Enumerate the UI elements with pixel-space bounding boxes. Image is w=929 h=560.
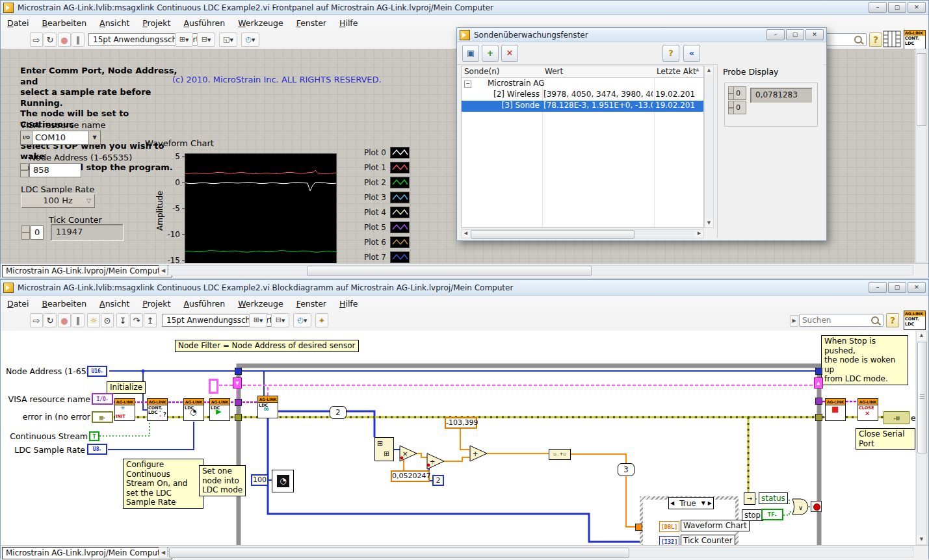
scroll-left-icon[interactable]: ◀ bbox=[159, 547, 168, 557]
scroll-left-icon[interactable]: ◀ bbox=[159, 265, 168, 275]
tunnel-dbl-case[interactable] bbox=[635, 524, 642, 531]
tunnel-error-right[interactable] bbox=[815, 414, 822, 421]
tunnel-error-left[interactable] bbox=[235, 414, 242, 421]
pause-button[interactable]: ‖ bbox=[72, 313, 85, 327]
collapse-panel-button[interactable]: « bbox=[683, 45, 700, 62]
resize-objects-button[interactable]: ◱▼ bbox=[219, 32, 237, 47]
restore-button[interactable]: ▢ bbox=[888, 2, 906, 13]
case-dropdown-icon[interactable]: ▼ bbox=[700, 500, 707, 506]
diagram-vertical-scrollbar[interactable]: ▲ ▼ bbox=[916, 331, 927, 545]
tunnel-node-address-right[interactable] bbox=[815, 368, 822, 375]
probe-3[interactable]: 3 bbox=[618, 463, 635, 476]
ring-arrow-icon[interactable]: ▽ bbox=[86, 194, 91, 208]
probe-table-vscrollbar[interactable]: ▲ ▼ bbox=[704, 66, 714, 228]
terminal-ldc-rate-u8[interactable]: U8▸ bbox=[87, 444, 107, 455]
retain-wire-values-button[interactable]: ⊙ bbox=[101, 313, 114, 327]
aglink-init-node[interactable]: AG-LINK ✳INIT bbox=[114, 398, 135, 421]
restore-button[interactable]: ▢ bbox=[786, 29, 804, 40]
case-next-icon[interactable]: ▶ bbox=[707, 500, 713, 506]
case-prev-icon[interactable]: ◀ bbox=[669, 500, 675, 506]
scroll-down-icon[interactable]: ▼ bbox=[705, 219, 713, 227]
tick-spin-field[interactable]: 0 bbox=[31, 225, 44, 240]
terminal-waveform-chart-dbl[interactable]: [DBL] bbox=[659, 521, 679, 532]
terminal-tick-counter-i32[interactable]: [I32] bbox=[659, 536, 679, 545]
legend-item-6[interactable]: Plot 6 bbox=[354, 236, 410, 248]
reorder-button[interactable]: ◴▼ bbox=[241, 32, 259, 47]
block-diagram-menu-ausführen[interactable]: Ausführen bbox=[183, 299, 225, 309]
close-button[interactable]: ✕ bbox=[908, 2, 926, 13]
context-help-button[interactable]: ? bbox=[869, 32, 882, 47]
probe-table-header[interactable]: Sonde(n) Wert Letzte Akt ▲ bbox=[462, 66, 703, 78]
aglink-ldc-read-node[interactable]: AG-LINK LDC∞ bbox=[257, 396, 278, 418]
delete-probe-button[interactable]: ✕ bbox=[501, 45, 518, 62]
tunnel-visa-left[interactable] bbox=[235, 399, 242, 406]
legend-item-7[interactable]: Plot 7 bbox=[354, 251, 410, 262]
probe-row-3[interactable]: [3] Sonde[78.128E-3, 1.951E+0, -13.032E+… bbox=[462, 101, 703, 112]
reorder-button[interactable]: ◴▼ bbox=[293, 313, 311, 327]
abort-button[interactable]: ● bbox=[58, 313, 71, 327]
font-selector[interactable]: 15pt Anwendungsschriftart ▼ bbox=[88, 33, 214, 46]
project-context-button[interactable]: Microstrain AG-Link.lvproj/Mein Computer bbox=[2, 265, 172, 277]
spin-up-icon[interactable] bbox=[728, 101, 734, 108]
close-button[interactable]: ✕ bbox=[908, 282, 926, 293]
block-diagram-menu-bearbeiten[interactable]: Bearbeiten bbox=[42, 299, 86, 309]
search-input[interactable] bbox=[800, 316, 870, 325]
aglink-ldc-timer-node[interactable]: AG-LINK LDC◔ bbox=[183, 398, 204, 421]
run-continuously-button[interactable]: ↻ bbox=[44, 313, 57, 327]
label-waveform-chart[interactable]: Waveform Chart bbox=[681, 520, 750, 531]
help-button[interactable]: ? bbox=[662, 45, 679, 62]
terminal-continuous-stream[interactable]: T bbox=[89, 431, 99, 441]
block-diagram-menu-werkzeuge[interactable]: Werkzeuge bbox=[238, 299, 283, 309]
node-address-field[interactable]: 858 bbox=[29, 163, 81, 177]
cleanup-diagram-button[interactable]: ✦ bbox=[315, 313, 328, 327]
probe-index-bottom[interactable]: 0 bbox=[728, 101, 746, 114]
scrollbar-thumb[interactable] bbox=[307, 266, 592, 276]
step-out-button[interactable]: ↥ bbox=[144, 313, 157, 327]
spin-up-icon[interactable] bbox=[728, 86, 734, 94]
minimize-button[interactable]: – bbox=[869, 282, 887, 293]
block-diagram-menu-projekt[interactable]: Projekt bbox=[142, 299, 170, 309]
run-button[interactable]: ⇨ bbox=[30, 313, 43, 327]
aglink-cont-ldc-node[interactable]: AG-LINK CONT. LDC∙∙? bbox=[147, 398, 168, 421]
block-diagram-menu-ansicht[interactable]: Ansicht bbox=[99, 299, 129, 309]
front-horizontal-scrollbar[interactable] bbox=[168, 265, 913, 275]
block-diagram-menu-hilfe[interactable]: Hilfe bbox=[339, 299, 358, 309]
build-array-node[interactable]: ▫‥+▫ bbox=[549, 449, 571, 460]
front-panel-menu-projekt[interactable]: Projekt bbox=[142, 18, 170, 28]
node-address-spinner[interactable] bbox=[20, 163, 29, 177]
new-probe-button[interactable]: ▣ bbox=[462, 45, 479, 62]
probe-2[interactable]: 2 bbox=[330, 406, 347, 419]
probe-window-titlebar[interactable]: Sondenüberwachungsfenster – ▢ ✕ bbox=[457, 28, 826, 42]
step-into-button[interactable]: ↧ bbox=[116, 313, 129, 327]
scroll-up-icon[interactable]: ▲ bbox=[705, 66, 713, 75]
constant-100[interactable]: 100 bbox=[251, 474, 268, 486]
probe-tree-root-row[interactable]: − Microstrain AG bbox=[462, 79, 703, 90]
label-stop[interactable]: stop bbox=[742, 509, 763, 521]
vi-icon[interactable]: AG-LINK CONT. LDC bbox=[904, 30, 926, 49]
run-continuously-button[interactable]: ↻ bbox=[44, 32, 57, 47]
shift-register-left[interactable]: ▼ bbox=[233, 377, 242, 388]
front-panel-menu-datei[interactable]: Datei bbox=[7, 18, 29, 28]
minimize-button[interactable]: – bbox=[766, 29, 785, 40]
ldc-rate-dropdown[interactable]: 100 Hz ▽ bbox=[21, 194, 95, 208]
align-objects-button[interactable]: ⊞▼ bbox=[175, 32, 193, 47]
step-over-button[interactable]: ↷ bbox=[130, 313, 143, 327]
minimize-button[interactable]: – bbox=[869, 2, 887, 13]
connector-pane-icon[interactable] bbox=[883, 31, 901, 47]
legend-item-0[interactable]: Plot 0 bbox=[354, 147, 410, 158]
legend-item-4[interactable]: Plot 4 bbox=[354, 207, 410, 218]
front-panel-menu-ausführen[interactable]: Ausführen bbox=[183, 18, 225, 28]
terminal-stop-tf[interactable]: TF▸ bbox=[761, 509, 783, 520]
scroll-down-icon[interactable]: ▼ bbox=[917, 535, 926, 544]
search-box[interactable] bbox=[799, 314, 883, 327]
scroll-up-icon[interactable]: ▲ bbox=[917, 331, 926, 340]
run-button[interactable]: ⇨ bbox=[30, 32, 43, 47]
spin-up-icon[interactable] bbox=[20, 163, 29, 170]
unbundle-node[interactable]: → bbox=[744, 492, 755, 505]
block-diagram-menu-fenster[interactable]: Fenster bbox=[296, 299, 326, 309]
loop-condition-stop-button[interactable] bbox=[811, 501, 822, 512]
constant-scale[interactable]: 0,0520247 bbox=[391, 470, 430, 482]
distribute-objects-button[interactable]: ⊟▼ bbox=[271, 313, 289, 327]
context-help-button[interactable]: ? bbox=[886, 313, 899, 327]
legend-item-2[interactable]: Plot 2 bbox=[354, 177, 410, 188]
